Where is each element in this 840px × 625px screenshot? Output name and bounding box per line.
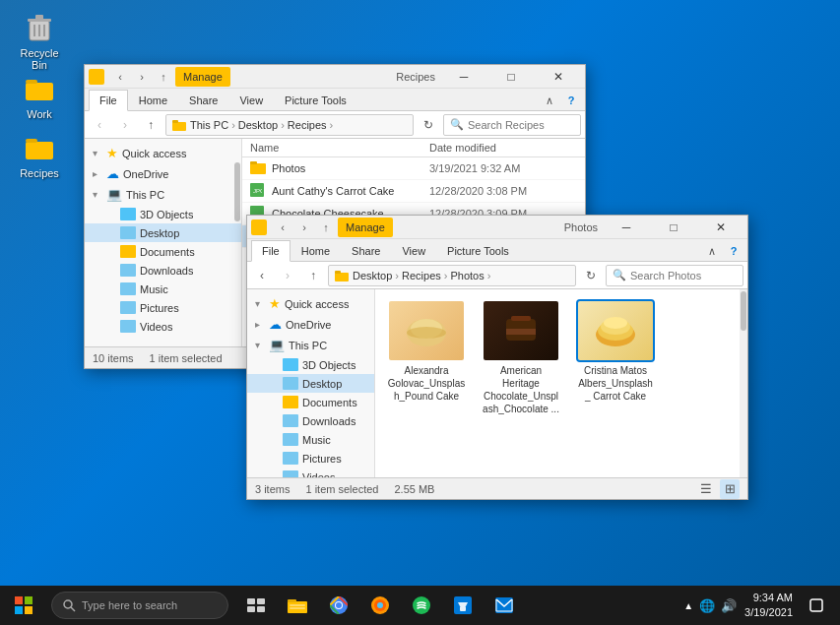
photos-thumb-2-label: American Heritage Chocolate_Unsplash_Cho… (482, 364, 560, 415)
photos-tab-file[interactable]: File (251, 240, 291, 262)
photos-scrollbar[interactable] (740, 289, 747, 477)
taskbar-search-bar[interactable]: Type here to search (51, 592, 228, 619)
recipes-sidebar-3dobjects[interactable]: 3D Objects (85, 205, 241, 223)
photos-qa-back[interactable]: ‹ (273, 218, 292, 237)
recipes-refresh-btn[interactable]: ↻ (418, 114, 439, 136)
recipes-qa-back[interactable]: ‹ (110, 67, 130, 87)
recipes-status-items: 10 items (93, 352, 134, 364)
work-folder-icon[interactable]: Work (8, 69, 71, 124)
taskbar-task-view[interactable] (236, 586, 276, 625)
recipes-tab-view[interactable]: View (228, 89, 274, 110)
photos-sidebar-documents[interactable]: Documents (247, 393, 374, 411)
recipes-sidebar-onedrive[interactable]: ▸ ☁ OneDrive (85, 163, 241, 184)
recipes-help-btn[interactable]: ? (561, 91, 581, 110)
photos-sidebar-videos[interactable]: Videos (247, 468, 374, 477)
photos-tab-home[interactable]: Home (291, 239, 341, 261)
recipes-search-box[interactable]: 🔍 (443, 114, 581, 136)
recipes-close-btn[interactable]: ✕ (536, 61, 581, 93)
recycle-bin-icon[interactable]: Recycle Bin (8, 8, 71, 75)
photos-refresh-btn[interactable]: ↻ (580, 265, 602, 286)
recipes-row-carrot-cake[interactable]: JPG Aunt Cathy's Carrot Cake 12/28/2020 … (242, 180, 585, 203)
recycle-bin-label: Recycle Bin (12, 47, 67, 71)
taskbar-notification-btn[interactable] (801, 586, 832, 625)
photos-sidebar-this-pc[interactable]: ▾ 💻 This PC (247, 335, 374, 355)
taskbar-mail[interactable] (485, 586, 524, 625)
taskbar-spotify[interactable] (402, 586, 441, 625)
taskbar-tray-up-arrow[interactable]: ▲ (683, 600, 693, 611)
photos-ribbon-collapse[interactable]: ∧ (702, 241, 722, 261)
recipes-sidebar-desktop[interactable]: Desktop (85, 223, 241, 242)
recipes-ribbon-collapse[interactable]: ∧ (540, 91, 559, 110)
recipes-nav-forward[interactable]: › (114, 114, 136, 136)
photos-tab-share[interactable]: Share (341, 239, 391, 261)
photos-status-size: 2.55 MB (394, 483, 434, 495)
taskbar-firefox[interactable] (360, 586, 400, 625)
photos-sidebar-pictures[interactable]: Pictures (247, 449, 374, 468)
recipes-maximize-btn[interactable]: □ (488, 61, 534, 93)
svg-rect-30 (15, 606, 23, 614)
recipes-folder-icon[interactable]: Recipes (8, 128, 71, 183)
taskbar-volume-icon[interactable]: 🔊 (721, 598, 737, 613)
taskbar-chrome[interactable] (319, 586, 358, 625)
photos-thumb-3[interactable]: Cristina Matos Albers_Unsplash_ Carrot C… (576, 301, 655, 415)
recipes-qa-up[interactable]: ↑ (154, 67, 173, 87)
photos-search-box[interactable]: 🔍 (606, 265, 743, 286)
photos-close-btn[interactable]: ✕ (698, 212, 743, 243)
recipes-tab-picture-tools[interactable]: Picture Tools (274, 89, 357, 110)
photos-minimize-btn[interactable]: ─ (604, 212, 649, 243)
recipes-tab-home[interactable]: Home (128, 89, 178, 110)
recipes-sidebar-downloads[interactable]: Downloads (85, 261, 241, 280)
svg-rect-2 (35, 15, 43, 20)
photos-tab-picture-tools[interactable]: Picture Tools (436, 239, 520, 261)
photos-scrollbar-thumb[interactable] (741, 291, 746, 331)
recipes-qa-forward[interactable]: › (132, 67, 152, 87)
photos-thumb-1[interactable]: Alexandra Golovac_Unsplas h_Pound Cake (387, 301, 466, 415)
recipes-sidebar: ▾ ★ Quick access ▸ ☁ OneDrive ▾ 💻 This P… (85, 139, 242, 346)
recipes-scrollbar-thumb[interactable] (234, 162, 240, 221)
col-name-header: Name (250, 142, 429, 154)
photos-search-input[interactable] (630, 270, 737, 281)
photos-sidebar-quick-access[interactable]: ▾ ★ Quick access (247, 293, 374, 314)
recipes-address-path[interactable]: This PC › Desktop › Recipes › (165, 114, 414, 136)
photos-sidebar-music[interactable]: Music (247, 430, 374, 449)
photos-nav-up[interactable]: ↑ (302, 265, 324, 286)
recipes-tab-share[interactable]: Share (178, 89, 228, 110)
recipes-sidebar-documents[interactable]: Documents (85, 242, 241, 261)
taskbar-clock[interactable]: 9:34 AM 3/19/2021 (741, 591, 797, 621)
photos-manage-btn[interactable]: Manage (338, 218, 393, 237)
taskbar-store[interactable] (443, 586, 483, 625)
recipes-nav-up[interactable]: ↑ (140, 114, 162, 136)
photos-view-list-btn[interactable]: ☰ (696, 479, 716, 499)
recipes-sidebar-this-pc[interactable]: ▾ 💻 This PC (85, 184, 241, 205)
photos-sidebar-downloads[interactable]: Downloads (247, 411, 374, 430)
taskbar-network-icon[interactable]: 🌐 (699, 598, 715, 613)
photos-thumb-2[interactable]: American Heritage Chocolate_Unsplash_Cho… (482, 301, 560, 415)
start-button[interactable] (0, 586, 47, 625)
photos-help-btn[interactable]: ? (724, 241, 743, 261)
recipes-manage-btn[interactable]: Manage (175, 67, 230, 87)
photos-folder-date: 3/19/2021 9:32 AM (429, 162, 577, 174)
photos-thumb-1-label: Alexandra Golovac_Unsplas h_Pound Cake (387, 364, 466, 403)
recipes-nav-back[interactable]: ‹ (89, 114, 110, 136)
photos-qa-up[interactable]: ↑ (316, 218, 336, 237)
recipes-sidebar-videos[interactable]: Videos (85, 317, 241, 336)
photos-nav-back[interactable]: ‹ (251, 265, 273, 286)
recipes-sidebar-music[interactable]: Music (85, 280, 241, 298)
photos-tab-view[interactable]: View (391, 239, 436, 261)
recipes-sidebar-quick-access[interactable]: ▾ ★ Quick access (85, 143, 241, 163)
photos-address-path[interactable]: Desktop › Recipes › Photos › (328, 265, 576, 286)
photos-qa-forward[interactable]: › (294, 218, 314, 237)
photos-nav-forward[interactable]: › (277, 265, 298, 286)
recipes-minimize-btn[interactable]: ─ (441, 61, 486, 93)
recipes-sidebar-pictures[interactable]: Pictures (85, 298, 241, 317)
photos-sidebar-3dobjects[interactable]: 3D Objects (247, 355, 374, 374)
recipes-row-photos[interactable]: Photos 3/19/2021 9:32 AM (242, 157, 585, 180)
photos-view-grid-btn[interactable]: ⊞ (720, 479, 740, 499)
photos-maximize-btn[interactable]: □ (651, 212, 696, 243)
taskbar-file-explorer[interactable] (278, 586, 317, 625)
photos-thumb-3-label: Cristina Matos Albers_Unsplash_ Carrot C… (576, 364, 655, 403)
recipes-search-input[interactable] (468, 119, 574, 131)
photos-sidebar-onedrive[interactable]: ▸ ☁ OneDrive (247, 314, 374, 335)
recipes-tab-file[interactable]: File (89, 90, 128, 111)
photos-sidebar-desktop[interactable]: Desktop (247, 374, 374, 393)
